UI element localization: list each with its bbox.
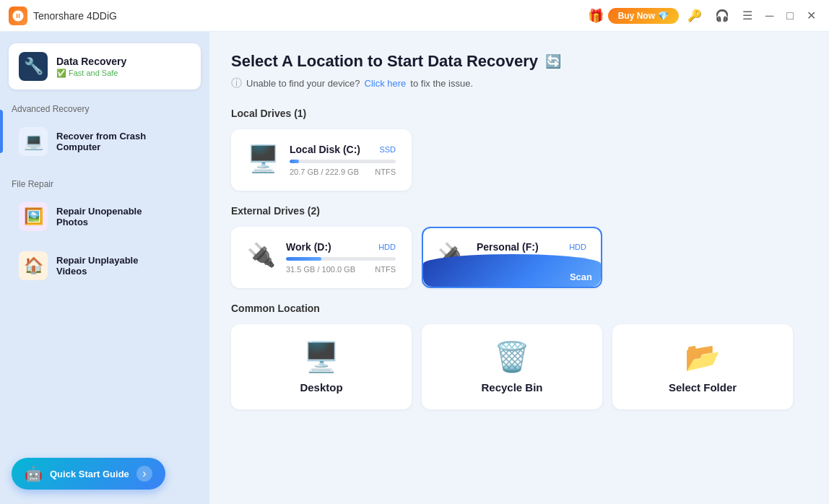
help-bar: ⓘ Unable to find your device? Click here… [231,77,807,90]
drive-type-f: HDD [569,243,586,251]
photos-icon: 🖼️ [19,202,48,231]
location-card-select-folder[interactable]: 📂 Select Folder [612,324,793,409]
drive-progress-fill-c [290,160,299,163]
drive-card-f[interactable]: 🔌 Personal (F:) HDD 127.0 GB / 831.5 GB [422,227,602,288]
bot-icon: 🤖 [25,465,43,482]
drive-info-d: Work (D:) HDD 31.5 GB / 100.0 GB NTFS [286,241,396,274]
sidebar-text-crash: Recover from Crash Computer [56,131,146,152]
page-header: Select A Location to Start Data Recovery… [231,52,807,71]
sidebar-item-repair-videos[interactable]: 🏠 Repair Unplayable Videos [9,243,201,289]
folder-icon: 📂 [685,340,721,374]
drive-card-c[interactable]: 🖥️ Local Disk (C:) SSD 20.7 GB / 222.9 G… [231,129,412,191]
external-drives-row: 🔌 Work (D:) HDD 31.5 GB / 100.0 GB NTFS [231,227,807,288]
drive-fs-d: NTFS [375,265,396,274]
drive-name-f: Personal (F:) [477,241,539,253]
local-drives-title: Local Drives (1) [231,108,807,119]
app-logo [9,6,27,25]
help-suffix: to fix the issue. [410,78,473,89]
sidebar-text-photos: Repair Unopenable Photos [56,206,142,227]
section-advanced-recovery: Advanced Recovery [9,98,201,118]
close-button[interactable]: ✕ [802,6,820,25]
sidebar-sublabel-data-recovery: ✅ Fast and Safe [56,69,126,78]
drive-progress-c [290,160,396,163]
titlebar: Tenorshare 4DDiG 🎁 Buy Now 💎 🔑 🎧 ☰ ─ □ ✕ [0,0,829,32]
drive-name-c: Local Disk (C:) [290,144,360,155]
arrow-icon: › [136,466,152,482]
location-card-recycle-bin[interactable]: 🗑️ Recycle Bin [422,324,602,409]
location-card-desktop[interactable]: 🖥️ Desktop [231,324,412,409]
help-icon: ⓘ [231,77,242,90]
page-title: Select A Location to Start Data Recovery [231,52,538,71]
sidebar-label-crash: Recover from Crash [56,131,146,142]
section-file-repair: File Repair [9,173,201,194]
crash-icon: 💻 [19,127,48,156]
disk-icon-c: 🖥️ [247,144,279,174]
maximize-button[interactable]: □ [782,6,798,25]
titlebar-controls: 🎁 Buy Now 💎 🔑 🎧 ☰ ─ □ ✕ [588,6,820,25]
drive-fs-c: NTFS [375,168,396,176]
refresh-icon[interactable]: 🔄 [545,53,561,69]
recycle-bin-label: Recycle Bin [481,381,542,394]
quick-start-label: Quick Start Guide [50,469,129,479]
sidebar-label-videos: Repair Unplayable [56,255,138,266]
sidebar-item-crash-computer[interactable]: 💻 Recover from Crash Computer [9,118,201,165]
app-title: Tenorshare 4DDiG [33,10,117,22]
drive-card-d[interactable]: 🔌 Work (D:) HDD 31.5 GB / 100.0 GB NTFS [231,227,412,288]
sidebar-label-data-recovery: Data Recovery [56,56,126,67]
sidebar-label-videos2: Videos [56,266,138,277]
select-folder-label: Select Folder [669,381,737,394]
drive-type-c: SSD [379,145,396,154]
sidebar-item-data-recovery[interactable]: 🔧 Data Recovery ✅ Fast and Safe [9,43,201,90]
drive-progress-d [286,257,396,261]
drive-type-d: HDD [378,243,396,251]
data-recovery-icon: 🔧 [19,52,48,81]
menu-icon[interactable]: ☰ [738,6,757,25]
active-indicator [0,110,3,153]
desktop-label: Desktop [300,381,342,394]
drive-progress-fill-d [286,257,321,261]
help-link[interactable]: Click here [365,78,407,89]
common-locations-title: Common Location [231,303,807,314]
drive-card-d-top: 🔌 Work (D:) HDD 31.5 GB / 100.0 GB NTFS [247,241,396,274]
desktop-icon: 🖥️ [303,340,339,374]
app-body: 🔧 Data Recovery ✅ Fast and Safe Advanced… [0,32,829,504]
sidebar-item-repair-photos[interactable]: 🖼️ Repair Unopenable Photos [9,194,201,240]
quick-start-button[interactable]: 🤖 Quick Start Guide › [12,458,165,490]
sidebar-label-photos2: Photos [56,217,142,227]
sidebar-label-crash2: Computer [56,142,146,152]
drive-size-c: 20.7 GB / 222.9 GB [290,168,359,176]
drive-size-d: 31.5 GB / 100.0 GB [286,265,355,274]
sidebar-label-photos: Repair Unopenable [56,206,142,217]
audio-icon[interactable]: 🔑 [683,6,706,25]
local-drives-row: 🖥️ Local Disk (C:) SSD 20.7 GB / 222.9 G… [231,129,807,191]
main-content: Select A Location to Start Data Recovery… [209,32,829,504]
help-text: Unable to find your device? [246,78,360,89]
headset-icon[interactable]: 🎧 [711,6,734,25]
videos-icon: 🏠 [19,251,48,280]
minimize-button[interactable]: ─ [761,6,778,25]
sidebar-text-data-recovery: Data Recovery ✅ Fast and Safe [56,56,126,78]
buy-now-button[interactable]: Buy Now 💎 [608,8,679,24]
common-locations-row: 🖥️ Desktop 🗑️ Recycle Bin 📂 Select Folde… [231,324,807,409]
gift-icon[interactable]: 🎁 [588,8,604,24]
drive-card-c-top: 🖥️ Local Disk (C:) SSD 20.7 GB / 222.9 G… [247,144,396,176]
scan-label: Scan [570,271,592,282]
drive-info-c: Local Disk (C:) SSD 20.7 GB / 222.9 GB N… [290,144,396,176]
titlebar-left: Tenorshare 4DDiG [9,6,117,25]
external-drives-title: External Drives (2) [231,205,807,217]
sidebar-text-videos: Repair Unplayable Videos [56,255,138,277]
disk-icon-d: 🔌 [247,241,276,269]
sidebar: 🔧 Data Recovery ✅ Fast and Safe Advanced… [0,32,209,504]
drive-name-d: Work (D:) [286,241,331,253]
recycle-bin-icon: 🗑️ [494,340,530,374]
